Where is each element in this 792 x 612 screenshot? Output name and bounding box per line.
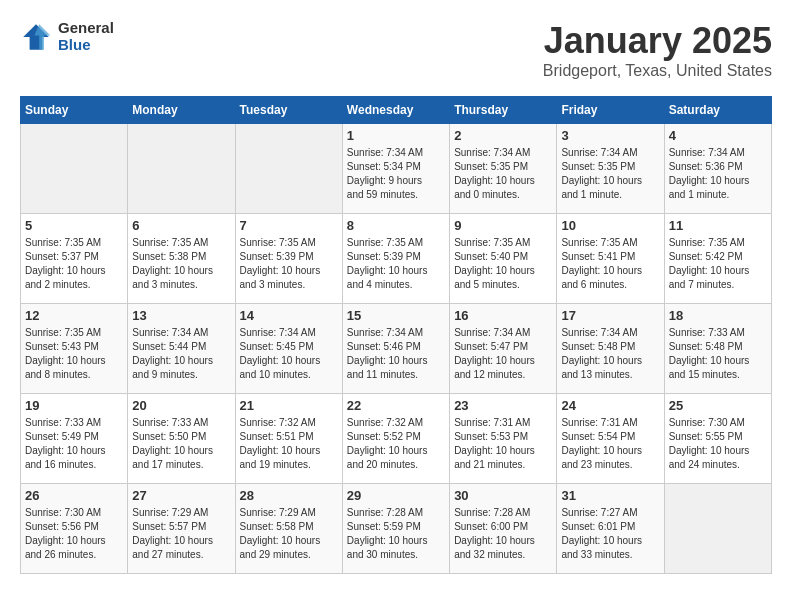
- day-number: 10: [561, 218, 659, 233]
- day-number: 17: [561, 308, 659, 323]
- day-detail: Sunrise: 7:35 AM Sunset: 5:43 PM Dayligh…: [25, 326, 123, 382]
- day-number: 21: [240, 398, 338, 413]
- calendar-cell: 30Sunrise: 7:28 AM Sunset: 6:00 PM Dayli…: [450, 484, 557, 574]
- day-number: 14: [240, 308, 338, 323]
- calendar-cell: 19Sunrise: 7:33 AM Sunset: 5:49 PM Dayli…: [21, 394, 128, 484]
- day-detail: Sunrise: 7:30 AM Sunset: 5:56 PM Dayligh…: [25, 506, 123, 562]
- calendar-cell: 3Sunrise: 7:34 AM Sunset: 5:35 PM Daylig…: [557, 124, 664, 214]
- day-detail: Sunrise: 7:35 AM Sunset: 5:40 PM Dayligh…: [454, 236, 552, 292]
- day-detail: Sunrise: 7:30 AM Sunset: 5:55 PM Dayligh…: [669, 416, 767, 472]
- day-number: 13: [132, 308, 230, 323]
- calendar-cell: 21Sunrise: 7:32 AM Sunset: 5:51 PM Dayli…: [235, 394, 342, 484]
- day-number: 18: [669, 308, 767, 323]
- title-block: January 2025 Bridgeport, Texas, United S…: [543, 20, 772, 80]
- calendar-cell: [128, 124, 235, 214]
- calendar-cell: 26Sunrise: 7:30 AM Sunset: 5:56 PM Dayli…: [21, 484, 128, 574]
- day-number: 22: [347, 398, 445, 413]
- day-detail: Sunrise: 7:29 AM Sunset: 5:58 PM Dayligh…: [240, 506, 338, 562]
- day-detail: Sunrise: 7:34 AM Sunset: 5:35 PM Dayligh…: [561, 146, 659, 202]
- day-number: 26: [25, 488, 123, 503]
- day-detail: Sunrise: 7:34 AM Sunset: 5:48 PM Dayligh…: [561, 326, 659, 382]
- logo-blue-label: Blue: [58, 37, 114, 54]
- day-detail: Sunrise: 7:33 AM Sunset: 5:48 PM Dayligh…: [669, 326, 767, 382]
- day-number: 12: [25, 308, 123, 323]
- calendar-cell: 20Sunrise: 7:33 AM Sunset: 5:50 PM Dayli…: [128, 394, 235, 484]
- calendar-title: January 2025: [543, 20, 772, 62]
- week-row-3: 12Sunrise: 7:35 AM Sunset: 5:43 PM Dayli…: [21, 304, 772, 394]
- logo: General Blue: [20, 20, 114, 53]
- calendar-cell: 22Sunrise: 7:32 AM Sunset: 5:52 PM Dayli…: [342, 394, 449, 484]
- calendar-cell: 12Sunrise: 7:35 AM Sunset: 5:43 PM Dayli…: [21, 304, 128, 394]
- day-detail: Sunrise: 7:34 AM Sunset: 5:36 PM Dayligh…: [669, 146, 767, 202]
- calendar-cell: 2Sunrise: 7:34 AM Sunset: 5:35 PM Daylig…: [450, 124, 557, 214]
- day-detail: Sunrise: 7:34 AM Sunset: 5:44 PM Dayligh…: [132, 326, 230, 382]
- day-detail: Sunrise: 7:35 AM Sunset: 5:38 PM Dayligh…: [132, 236, 230, 292]
- day-number: 11: [669, 218, 767, 233]
- day-number: 25: [669, 398, 767, 413]
- day-number: 16: [454, 308, 552, 323]
- calendar-cell: 24Sunrise: 7:31 AM Sunset: 5:54 PM Dayli…: [557, 394, 664, 484]
- calendar-cell: 8Sunrise: 7:35 AM Sunset: 5:39 PM Daylig…: [342, 214, 449, 304]
- logo-text: General Blue: [58, 20, 114, 53]
- calendar-cell: 7Sunrise: 7:35 AM Sunset: 5:39 PM Daylig…: [235, 214, 342, 304]
- day-detail: Sunrise: 7:32 AM Sunset: 5:51 PM Dayligh…: [240, 416, 338, 472]
- calendar-cell: 10Sunrise: 7:35 AM Sunset: 5:41 PM Dayli…: [557, 214, 664, 304]
- calendar-cell: 29Sunrise: 7:28 AM Sunset: 5:59 PM Dayli…: [342, 484, 449, 574]
- calendar-cell: 4Sunrise: 7:34 AM Sunset: 5:36 PM Daylig…: [664, 124, 771, 214]
- day-header-tuesday: Tuesday: [235, 97, 342, 124]
- calendar-cell: 17Sunrise: 7:34 AM Sunset: 5:48 PM Dayli…: [557, 304, 664, 394]
- calendar-cell: 25Sunrise: 7:30 AM Sunset: 5:55 PM Dayli…: [664, 394, 771, 484]
- day-detail: Sunrise: 7:35 AM Sunset: 5:37 PM Dayligh…: [25, 236, 123, 292]
- day-number: 2: [454, 128, 552, 143]
- day-detail: Sunrise: 7:35 AM Sunset: 5:39 PM Dayligh…: [240, 236, 338, 292]
- day-number: 5: [25, 218, 123, 233]
- day-detail: Sunrise: 7:34 AM Sunset: 5:46 PM Dayligh…: [347, 326, 445, 382]
- day-number: 6: [132, 218, 230, 233]
- calendar-location: Bridgeport, Texas, United States: [543, 62, 772, 80]
- day-detail: Sunrise: 7:31 AM Sunset: 5:54 PM Dayligh…: [561, 416, 659, 472]
- day-number: 7: [240, 218, 338, 233]
- day-detail: Sunrise: 7:35 AM Sunset: 5:42 PM Dayligh…: [669, 236, 767, 292]
- calendar-cell: 5Sunrise: 7:35 AM Sunset: 5:37 PM Daylig…: [21, 214, 128, 304]
- calendar-cell: 27Sunrise: 7:29 AM Sunset: 5:57 PM Dayli…: [128, 484, 235, 574]
- day-header-monday: Monday: [128, 97, 235, 124]
- day-number: 28: [240, 488, 338, 503]
- day-number: 27: [132, 488, 230, 503]
- calendar-cell: [235, 124, 342, 214]
- day-detail: Sunrise: 7:29 AM Sunset: 5:57 PM Dayligh…: [132, 506, 230, 562]
- day-header-wednesday: Wednesday: [342, 97, 449, 124]
- day-number: 1: [347, 128, 445, 143]
- day-detail: Sunrise: 7:35 AM Sunset: 5:39 PM Dayligh…: [347, 236, 445, 292]
- week-row-1: 1Sunrise: 7:34 AM Sunset: 5:34 PM Daylig…: [21, 124, 772, 214]
- calendar-cell: 23Sunrise: 7:31 AM Sunset: 5:53 PM Dayli…: [450, 394, 557, 484]
- day-header-saturday: Saturday: [664, 97, 771, 124]
- day-detail: Sunrise: 7:33 AM Sunset: 5:50 PM Dayligh…: [132, 416, 230, 472]
- week-row-2: 5Sunrise: 7:35 AM Sunset: 5:37 PM Daylig…: [21, 214, 772, 304]
- header-row: SundayMondayTuesdayWednesdayThursdayFrid…: [21, 97, 772, 124]
- logo-icon: [20, 21, 52, 53]
- day-detail: Sunrise: 7:35 AM Sunset: 5:41 PM Dayligh…: [561, 236, 659, 292]
- day-number: 8: [347, 218, 445, 233]
- day-header-thursday: Thursday: [450, 97, 557, 124]
- page-header: General Blue January 2025 Bridgeport, Te…: [20, 20, 772, 80]
- svg-marker-0: [23, 24, 49, 50]
- calendar-cell: 18Sunrise: 7:33 AM Sunset: 5:48 PM Dayli…: [664, 304, 771, 394]
- day-number: 3: [561, 128, 659, 143]
- day-detail: Sunrise: 7:32 AM Sunset: 5:52 PM Dayligh…: [347, 416, 445, 472]
- week-row-4: 19Sunrise: 7:33 AM Sunset: 5:49 PM Dayli…: [21, 394, 772, 484]
- day-detail: Sunrise: 7:31 AM Sunset: 5:53 PM Dayligh…: [454, 416, 552, 472]
- day-number: 23: [454, 398, 552, 413]
- day-detail: Sunrise: 7:34 AM Sunset: 5:45 PM Dayligh…: [240, 326, 338, 382]
- calendar-cell: 9Sunrise: 7:35 AM Sunset: 5:40 PM Daylig…: [450, 214, 557, 304]
- calendar-cell: 16Sunrise: 7:34 AM Sunset: 5:47 PM Dayli…: [450, 304, 557, 394]
- day-number: 29: [347, 488, 445, 503]
- week-row-5: 26Sunrise: 7:30 AM Sunset: 5:56 PM Dayli…: [21, 484, 772, 574]
- calendar-cell: 31Sunrise: 7:27 AM Sunset: 6:01 PM Dayli…: [557, 484, 664, 574]
- day-detail: Sunrise: 7:28 AM Sunset: 6:00 PM Dayligh…: [454, 506, 552, 562]
- day-detail: Sunrise: 7:34 AM Sunset: 5:47 PM Dayligh…: [454, 326, 552, 382]
- day-number: 20: [132, 398, 230, 413]
- day-number: 9: [454, 218, 552, 233]
- calendar-cell: 15Sunrise: 7:34 AM Sunset: 5:46 PM Dayli…: [342, 304, 449, 394]
- day-number: 30: [454, 488, 552, 503]
- calendar-table: SundayMondayTuesdayWednesdayThursdayFrid…: [20, 96, 772, 574]
